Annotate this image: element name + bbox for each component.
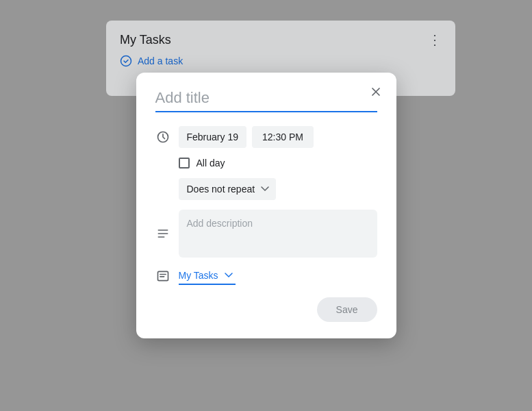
datetime-row: February 19 12:30 PM (155, 126, 377, 148)
list-icon (155, 269, 170, 283)
save-button[interactable]: Save (317, 297, 377, 322)
close-icon (369, 85, 383, 99)
allday-row: All day (179, 158, 377, 169)
description-row (155, 210, 377, 258)
datetime-group: February 19 12:30 PM (179, 126, 314, 148)
description-icon (155, 227, 170, 240)
description-input[interactable] (179, 210, 377, 258)
title-input[interactable] (155, 89, 377, 112)
repeat-select[interactable]: Does not repeat Daily Weekly Monthly Yea… (179, 178, 276, 200)
clock-icon (155, 130, 170, 144)
list-row: My Tasks (155, 267, 377, 285)
modal-overlay: February 19 12:30 PM All day Does not re… (0, 0, 532, 411)
allday-checkbox[interactable] (179, 158, 190, 169)
list-select-wrapper: My Tasks (179, 267, 236, 285)
close-button[interactable] (366, 82, 385, 101)
time-button[interactable]: 12:30 PM (252, 126, 314, 148)
modal-footer: Save (155, 297, 377, 322)
allday-label: All day (197, 158, 225, 169)
repeat-row: Does not repeat Daily Weekly Monthly Yea… (179, 178, 377, 200)
task-modal: February 19 12:30 PM All day Does not re… (136, 73, 396, 338)
list-select[interactable]: My Tasks (179, 267, 236, 285)
date-button[interactable]: February 19 (179, 126, 246, 148)
